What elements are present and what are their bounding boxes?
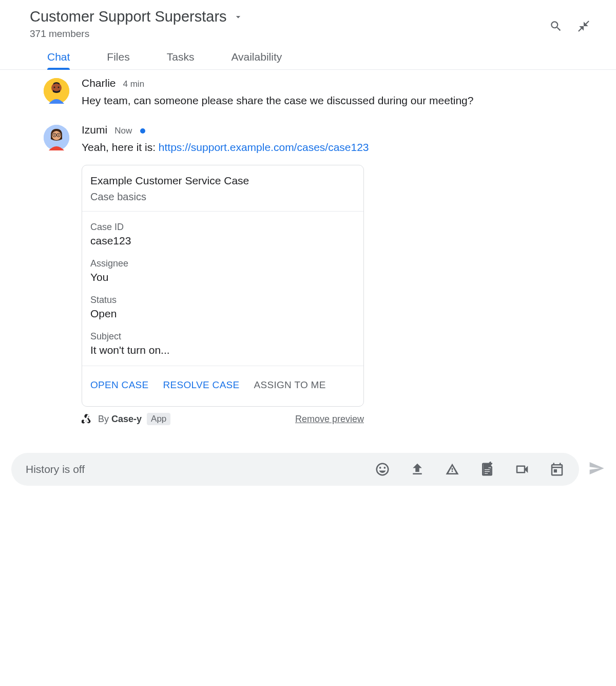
field-value: You: [90, 271, 355, 283]
link-preview-card: Example Customer Service Case Case basic…: [82, 165, 364, 407]
svg-point-8: [54, 135, 55, 136]
assign-to-me-button[interactable]: ASSIGN TO ME: [254, 379, 326, 391]
message-row: Charlie 4 min Hey team, can someone plea…: [0, 77, 616, 124]
sender-name: Charlie: [82, 77, 116, 89]
member-count[interactable]: 371 members: [30, 28, 549, 40]
resolve-case-button[interactable]: RESOLVE CASE: [163, 379, 240, 391]
send-icon[interactable]: [588, 460, 605, 477]
message-time: 4 min: [123, 79, 145, 89]
case-link[interactable]: https://support.example.com/cases/case12…: [159, 141, 369, 153]
field-value: Open: [90, 308, 355, 320]
field-label: Status: [90, 295, 355, 306]
emoji-icon[interactable]: [375, 462, 390, 477]
field-value: It won't turn on...: [90, 344, 355, 356]
video-icon[interactable]: [514, 462, 530, 477]
remove-preview-link[interactable]: Remove preview: [295, 414, 364, 425]
collapse-icon[interactable]: [577, 20, 590, 33]
unread-indicator: [140, 128, 145, 134]
message-text-prefix: Yeah, here it is:: [82, 141, 159, 153]
card-title: Example Customer Service Case: [90, 175, 355, 187]
tab-availability[interactable]: Availability: [231, 51, 282, 69]
chevron-down-icon[interactable]: [233, 12, 243, 22]
tab-files[interactable]: Files: [107, 51, 129, 69]
card-attribution: By Case-y App: [82, 413, 170, 425]
tab-tasks[interactable]: Tasks: [167, 51, 195, 69]
app-badge: App: [147, 413, 170, 425]
sender-name: Izumi: [82, 124, 107, 136]
field-label: Subject: [90, 331, 355, 342]
open-case-button[interactable]: OPEN CASE: [90, 379, 149, 391]
svg-point-5: [52, 131, 61, 140]
avatar[interactable]: [44, 78, 69, 104]
svg-point-3: [58, 87, 60, 88]
attribution-app-name: Case-y: [111, 414, 142, 424]
field-label: Case ID: [90, 222, 355, 233]
field-value: case123: [90, 235, 355, 247]
field-label: Assignee: [90, 258, 355, 269]
calendar-icon[interactable]: [549, 462, 565, 477]
space-header: Customer Support Superstars 371 members: [0, 0, 616, 40]
webhook-icon: [82, 413, 93, 425]
avatar[interactable]: [44, 125, 69, 150]
compose-input[interactable]: History is off: [11, 453, 579, 486]
message-text: Yeah, here it is: https://support.exampl…: [82, 139, 595, 156]
attribution-prefix: By: [98, 414, 111, 424]
svg-point-9: [58, 135, 59, 136]
message-row: Izumi Now Yeah, here it is: https://supp…: [0, 124, 616, 440]
svg-point-2: [54, 87, 55, 88]
space-title[interactable]: Customer Support Superstars: [30, 8, 227, 25]
search-icon[interactable]: [549, 20, 563, 33]
drive-icon[interactable]: [445, 462, 460, 477]
tabs: Chat Files Tasks Availability: [0, 40, 616, 70]
message-time: Now: [114, 126, 132, 136]
compose-placeholder: History is off: [26, 463, 359, 475]
message-text: Hey team, can someone please share the c…: [82, 92, 595, 109]
docs-icon[interactable]: [479, 462, 495, 477]
tab-chat[interactable]: Chat: [47, 51, 70, 69]
upload-icon[interactable]: [410, 462, 425, 477]
card-subtitle: Case basics: [90, 191, 355, 203]
